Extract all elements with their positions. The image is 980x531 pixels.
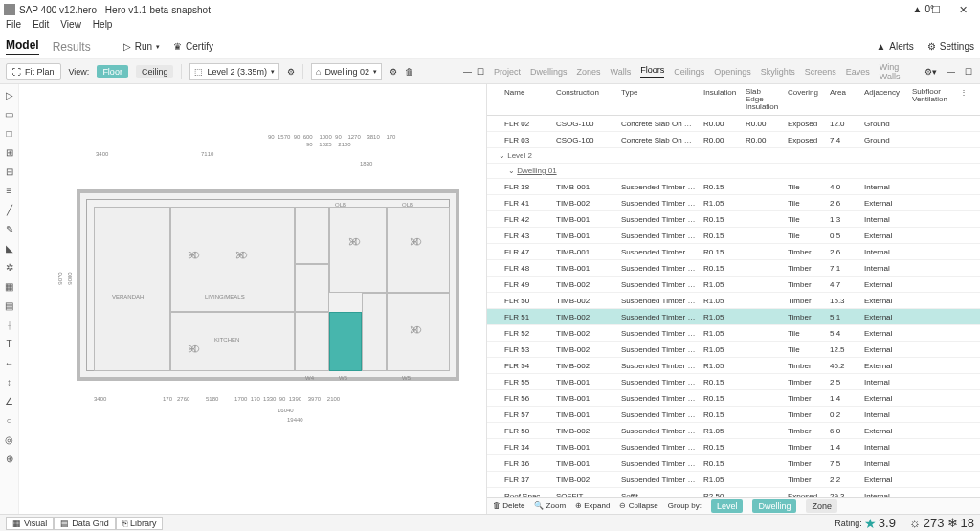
table-row[interactable]: FLR 38TIMB-001Suspended Timber FrameR0.1…: [487, 179, 980, 195]
table-row[interactable]: FLR 58TIMB-002Suspended Timber FrameR1.0…: [487, 423, 980, 439]
table-row[interactable]: FLR 55TIMB-001Suspended Timber FrameR0.1…: [487, 374, 980, 390]
zoom-button[interactable]: 🔍 Zoom: [534, 501, 566, 510]
tool-layers[interactable]: ▤: [3, 300, 16, 314]
tool-rect[interactable]: ▭: [3, 109, 16, 122]
selected-floor-region[interactable]: [329, 312, 362, 371]
col-subfloor[interactable]: Subfloor Ventilation: [908, 84, 956, 115]
minimize-pane-icon[interactable]: —: [463, 67, 472, 77]
table-row[interactable]: FLR 52TIMB-002Suspended Timber FrameR1.0…: [487, 325, 980, 342]
tool-cursor[interactable]: ▷: [3, 90, 16, 103]
table-row[interactable]: FLR 51TIMB-002Suspended Timber FrameR1.0…: [487, 309, 980, 325]
group-dwelling[interactable]: ⌄ Dwelling 01: [487, 164, 980, 179]
menu-view[interactable]: View: [60, 19, 81, 34]
delete-button[interactable]: 🗑 Delete: [493, 501, 524, 510]
window-close[interactable]: ✕: [949, 4, 976, 16]
tool-circle[interactable]: ○: [3, 415, 16, 429]
panel-min-icon[interactable]: —: [947, 67, 955, 77]
floorplan[interactable]: VERANDAH LIVING/MEALS KITCHEN OLB OLB W4…: [77, 189, 459, 381]
tool-line[interactable]: ╱: [3, 205, 16, 218]
maximize-pane-icon[interactable]: ☐: [477, 67, 484, 77]
rtab-dwellings[interactable]: Dwellings: [530, 67, 568, 77]
rtab-wing-walls[interactable]: Wing Walls: [880, 62, 905, 81]
floor-toggle[interactable]: Floor: [97, 65, 128, 78]
table-row[interactable]: FLR 57TIMB-001Suspended Timber FrameR0.1…: [487, 407, 980, 423]
tool-measure[interactable]: ⟊: [3, 320, 16, 333]
north-indicator[interactable]: ▲ 0°: [913, 4, 934, 14]
group-dwelling[interactable]: Dwelling: [752, 499, 796, 513]
run-button[interactable]: ▷Run▾: [123, 41, 160, 52]
col-slab-edge[interactable]: Slab Edge Insulation: [742, 84, 784, 115]
table-row[interactable]: FLR 50TIMB-002Suspended Timber FrameR1.0…: [487, 293, 980, 309]
rtab-project[interactable]: Project: [494, 67, 521, 77]
tool-text[interactable]: T: [3, 339, 16, 352]
alerts-button[interactable]: ▲Alerts: [876, 41, 913, 52]
floorplan-canvas[interactable]: 3400 7110 90 1570 90 600 1000 90 1270 38…: [19, 84, 486, 514]
rtab-skylights[interactable]: Skylights: [761, 67, 795, 77]
group-level[interactable]: ⌄ Level 2: [487, 148, 980, 164]
level-select[interactable]: ⬚ Level 2 (3.35m) ▾: [189, 63, 279, 80]
view-datagrid[interactable]: ▤ Data Grid: [54, 517, 116, 530]
table-row[interactable]: FLR 36TIMB-001Suspended Timber FrameR0.1…: [487, 455, 980, 472]
menu-file[interactable]: File: [6, 19, 21, 34]
tool-square[interactable]: □: [3, 128, 16, 142]
tool-misc2[interactable]: ⊕: [3, 454, 16, 467]
delete-icon[interactable]: 🗑: [405, 67, 413, 77]
group-zone[interactable]: Zone: [806, 499, 837, 513]
level-settings-icon[interactable]: ⚙: [287, 67, 295, 77]
tool-stairs[interactable]: ≡: [3, 186, 16, 199]
fit-plan-button[interactable]: ⛶ Fit Plan: [6, 63, 61, 80]
rtab-screens[interactable]: Screens: [805, 67, 836, 77]
rtab-zones[interactable]: Zones: [577, 67, 601, 77]
table-row[interactable]: FLR 48TIMB-001Suspended Timber FrameR0.1…: [487, 260, 980, 277]
rtab-eaves[interactable]: Eaves: [846, 67, 870, 77]
tool-vdim[interactable]: ↕: [3, 377, 16, 390]
tool-tag[interactable]: ◣: [3, 243, 16, 256]
dwelling-settings-icon[interactable]: ⚙: [390, 67, 397, 77]
tool-grid[interactable]: ▦: [3, 281, 16, 295]
tool-dim[interactable]: ↔: [3, 358, 16, 371]
expand-button[interactable]: ⊕ Expand: [575, 501, 610, 510]
rtab-ceilings[interactable]: Ceilings: [674, 67, 704, 77]
tab-results[interactable]: Results: [53, 40, 91, 54]
panel-settings-icon[interactable]: ⚙▾: [924, 67, 937, 77]
menu-help[interactable]: Help: [93, 19, 113, 34]
table-row[interactable]: FLR 54TIMB-002Suspended Timber FrameR1.0…: [487, 358, 980, 374]
table-row[interactable]: Roof Space 4 ...SOFFITSoffitR2.50Exposed…: [487, 488, 980, 497]
table-row[interactable]: FLR 56TIMB-001Suspended Timber FrameR0.1…: [487, 390, 980, 407]
table-row[interactable]: FLR 49TIMB-002Suspended Timber FrameR1.0…: [487, 277, 980, 293]
table-row[interactable]: FLR 47TIMB-001Suspended Timber FrameR0.1…: [487, 244, 980, 260]
tool-door[interactable]: ⊟: [3, 166, 16, 180]
tool-misc1[interactable]: ◎: [3, 434, 16, 448]
tool-fan[interactable]: ✲: [3, 262, 16, 276]
col-name[interactable]: Name: [487, 84, 552, 115]
dwelling-select[interactable]: ⌂ Dwelling 02 ▾: [311, 63, 382, 80]
ceiling-toggle[interactable]: Ceiling: [136, 65, 174, 78]
menu-edit[interactable]: Edit: [33, 19, 49, 34]
table-row[interactable]: FLR 34TIMB-001Suspended Timber FrameR0.1…: [487, 439, 980, 455]
collapse-button[interactable]: ⊖ Collapse: [619, 501, 657, 510]
tool-draw[interactable]: ✎: [3, 224, 16, 237]
table-row[interactable]: FLR 03CSOG-100Concrete Slab On GroundR0.…: [487, 132, 980, 148]
rtab-walls[interactable]: Walls: [611, 67, 632, 77]
col-construction[interactable]: Construction: [552, 84, 617, 115]
col-insulation[interactable]: Insulation: [700, 84, 742, 115]
col-type[interactable]: Type: [617, 84, 700, 115]
tool-window[interactable]: ⊞: [3, 147, 16, 161]
table-row[interactable]: FLR 43TIMB-001Suspended Timber FrameR0.1…: [487, 228, 980, 244]
table-row[interactable]: FLR 42TIMB-001Suspended Timber FrameR0.1…: [487, 211, 980, 228]
settings-button[interactable]: ⚙Settings: [927, 41, 974, 52]
rtab-openings[interactable]: Openings: [714, 67, 751, 77]
view-library[interactable]: ⎘ Library: [116, 517, 164, 530]
col-area[interactable]: Area: [826, 84, 860, 115]
col-covering[interactable]: Covering: [784, 84, 826, 115]
table-row[interactable]: FLR 37TIMB-002Suspended Timber FrameR1.0…: [487, 472, 980, 488]
certify-button[interactable]: ♛Certify: [173, 41, 213, 52]
col-adjacency[interactable]: Adjacency: [860, 84, 908, 115]
rtab-floors[interactable]: Floors: [640, 65, 664, 78]
col-menu-icon[interactable]: ⋮: [956, 84, 966, 115]
table-row[interactable]: FLR 53TIMB-002Suspended Timber FrameR1.0…: [487, 342, 980, 358]
group-level[interactable]: Level: [711, 499, 744, 513]
view-visual[interactable]: ▦ Visual: [6, 517, 54, 530]
panel-max-icon[interactable]: ☐: [965, 67, 972, 77]
table-body[interactable]: FLR 02CSOG-100Concrete Slab On GroundR0.…: [487, 116, 980, 497]
